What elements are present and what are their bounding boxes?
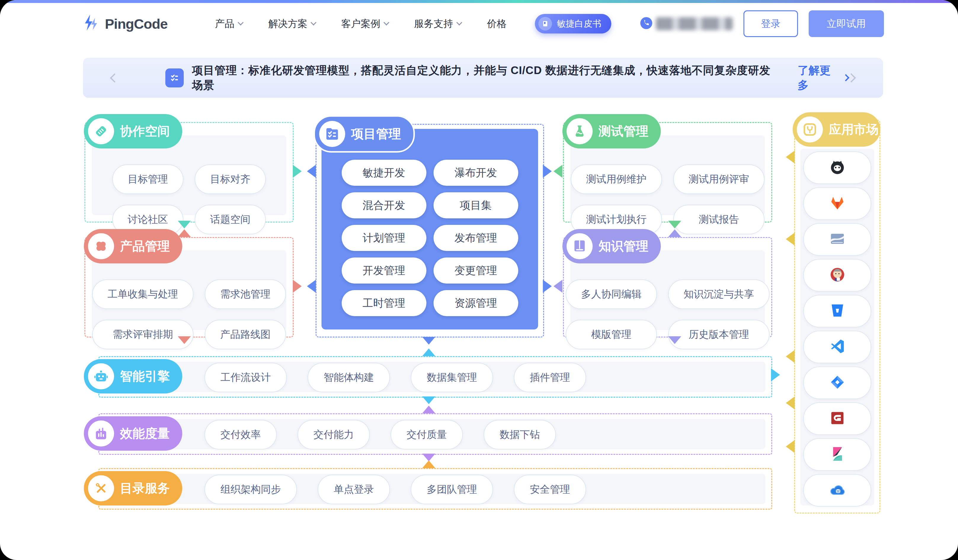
feature-pill[interactable]: 测试用例维护 xyxy=(571,165,662,194)
app-gitee[interactable] xyxy=(803,402,871,435)
feature-pill[interactable]: 工作流设计 xyxy=(205,363,287,392)
pingcode-homepage: PingCode 产品 解决方案 客户案例 服务支持 价格 敏捷白皮书 登录 立… xyxy=(0,0,958,560)
feature-pill[interactable]: 知识沉淀与共享 xyxy=(668,279,769,309)
whitepaper-button[interactable]: 敏捷白皮书 xyxy=(535,14,611,33)
login-button[interactable]: 登录 xyxy=(744,10,798,37)
connector-arrow xyxy=(786,233,795,246)
app-cloud[interactable] xyxy=(803,474,871,507)
nav-item-support[interactable]: 服务支持 xyxy=(414,17,462,30)
section-header-directory: 目录服务 xyxy=(84,471,182,506)
nav-item-cases[interactable]: 客户案例 xyxy=(341,17,389,30)
feature-pill[interactable]: 瀑布开发 xyxy=(433,160,518,186)
connector-arrow xyxy=(771,368,780,381)
feature-pill[interactable]: 项目集 xyxy=(433,192,518,218)
section-metrics: 效能度量 交付效率 交付能力 交付质量 数据下钻 xyxy=(98,413,772,455)
feature-pill[interactable]: 需求评审排期 xyxy=(92,320,194,349)
project-clipboard-icon xyxy=(319,121,345,147)
app-kibana[interactable] xyxy=(803,438,871,471)
connector-arrow xyxy=(422,337,435,344)
feature-pill[interactable]: 安全管理 xyxy=(514,475,586,504)
feature-pill[interactable]: 工单收集与处理 xyxy=(92,279,194,309)
nav-actions: 登录 立即试用 xyxy=(640,10,884,37)
feature-pill[interactable]: 话题空间 xyxy=(195,205,266,234)
app-jira[interactable] xyxy=(803,366,871,399)
feature-pill[interactable]: 资源管理 xyxy=(433,290,518,316)
feature-pill[interactable]: 计划管理 xyxy=(342,225,427,251)
connector-arrow xyxy=(293,280,301,293)
vscode-icon xyxy=(829,338,846,356)
feature-pill[interactable]: 组织架构同步 xyxy=(205,475,297,504)
connector-arrow xyxy=(307,280,316,293)
chevron-down-icon xyxy=(311,19,316,25)
section-directory: 目录服务 组织架构同步 单点登录 多团队管理 安全管理 xyxy=(98,468,772,510)
feature-pill[interactable]: 历史版本管理 xyxy=(668,320,769,349)
feature-pill[interactable]: 混合开发 xyxy=(342,192,427,218)
main-menu: 产品 解决方案 客户案例 服务支持 价格 xyxy=(215,17,506,30)
feature-pill[interactable]: 测试报告 xyxy=(673,205,764,234)
app-gitlab[interactable] xyxy=(803,187,871,220)
section-header-test: 测试管理 xyxy=(562,114,661,148)
connector-arrow xyxy=(178,229,191,237)
section-ai-engine: 智能引擎 工作流设计 智能体构建 数据集管理 插件管理 xyxy=(98,356,772,398)
banner-prev-icon[interactable] xyxy=(110,73,119,82)
feature-pill[interactable]: 多人协同编辑 xyxy=(566,279,657,309)
app-subversion[interactable] xyxy=(803,223,871,256)
feature-pill[interactable]: 插件管理 xyxy=(514,363,586,392)
cloud-icon xyxy=(829,481,846,500)
feature-pill[interactable]: 多团队管理 xyxy=(411,475,493,504)
app-github[interactable] xyxy=(803,151,871,184)
connector-arrow xyxy=(422,349,435,356)
feature-pill[interactable]: 开发管理 xyxy=(342,257,427,284)
chevron-down-icon xyxy=(456,19,462,25)
top-gradient-bar xyxy=(0,0,958,3)
phone-icon xyxy=(640,17,653,31)
banner-learn-more-link[interactable]: 了解更多 xyxy=(798,63,849,93)
feature-pill[interactable]: 目标管理 xyxy=(112,165,183,194)
app-jenkins[interactable] xyxy=(803,259,871,292)
handshake-icon xyxy=(88,118,114,144)
feature-pill[interactable]: 数据集管理 xyxy=(411,363,493,392)
robot-icon xyxy=(88,363,114,389)
connector-arrow xyxy=(554,280,562,293)
feature-pill[interactable]: 智能体构建 xyxy=(308,363,390,392)
feature-pill[interactable]: 测试用例评审 xyxy=(673,165,764,194)
trial-button[interactable]: 立即试用 xyxy=(809,10,884,37)
feature-pill[interactable]: 工时管理 xyxy=(342,290,427,316)
section-product: 产品管理 工单收集与处理 需求池管理 需求评审排期 产品路线图 xyxy=(84,237,293,338)
book-icon xyxy=(538,17,552,30)
book-icon xyxy=(566,233,593,259)
banner-next-icon[interactable] xyxy=(847,73,856,82)
nav-item-pricing[interactable]: 价格 xyxy=(487,17,506,30)
pingcode-logo-icon xyxy=(82,14,101,33)
feature-pill[interactable]: 发布管理 xyxy=(433,225,518,251)
feature-pill[interactable]: 单点登录 xyxy=(318,475,390,504)
feature-pill[interactable]: 目标对齐 xyxy=(195,165,266,194)
feature-pill[interactable]: 数据下钻 xyxy=(484,420,556,449)
connector-arrow xyxy=(554,165,562,178)
feature-pill[interactable]: 需求池管理 xyxy=(205,279,286,309)
jenkins-icon xyxy=(829,266,846,284)
checklist-icon xyxy=(165,68,184,87)
feature-pill[interactable]: 敏捷开发 xyxy=(342,160,427,186)
connector-arrow xyxy=(668,336,681,344)
feature-pill[interactable]: 交付效率 xyxy=(205,420,277,449)
pingcode-logo[interactable]: PingCode xyxy=(82,14,167,33)
feature-pill[interactable]: 产品路线图 xyxy=(205,320,286,349)
nav-item-products[interactable]: 产品 xyxy=(215,17,243,30)
app-vscode[interactable] xyxy=(803,331,871,363)
subversion-icon xyxy=(829,230,846,249)
feature-pill[interactable]: 模版管理 xyxy=(566,320,657,349)
section-header-knowledge: 知识管理 xyxy=(562,229,661,263)
bar-chart-icon xyxy=(88,420,114,447)
connector-arrow xyxy=(786,440,795,453)
nav-item-solutions[interactable]: 解决方案 xyxy=(268,17,316,30)
section-header-ai-engine: 智能引擎 xyxy=(84,359,182,393)
chevron-down-icon xyxy=(238,19,244,25)
feature-pill[interactable]: 交付质量 xyxy=(390,420,463,449)
gitee-icon xyxy=(829,409,846,428)
feature-pill[interactable]: 交付能力 xyxy=(298,420,370,449)
app-bitbucket[interactable] xyxy=(803,295,871,327)
section-knowledge: 知识管理 多人协同编辑 知识沉淀与共享 模版管理 历史版本管理 xyxy=(563,237,772,338)
feature-pill[interactable]: 变更管理 xyxy=(433,257,518,284)
section-collaboration: 协作空间 目标管理 目标对齐 讨论社区 话题空间 xyxy=(84,122,293,222)
